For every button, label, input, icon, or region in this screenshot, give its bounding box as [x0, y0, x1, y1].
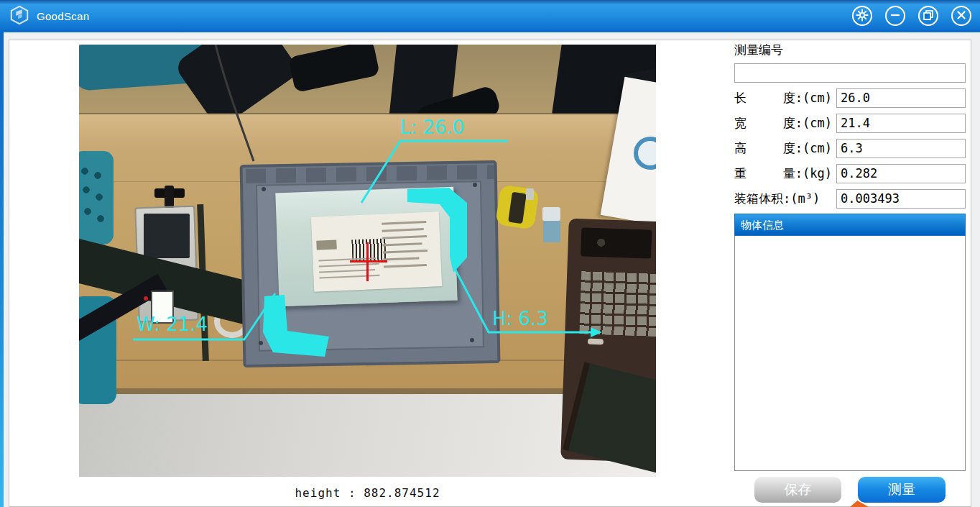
object-info-header: 物体信息 — [734, 214, 966, 236]
corner-bracket-top-right — [407, 188, 467, 273]
volume-input[interactable] — [836, 189, 966, 209]
height-row: 高度:(cm) — [734, 138, 966, 158]
measure-id-label: 测量编号 — [734, 42, 966, 58]
measurement-form: 测量编号 长度:(cm) 宽度:(cm) 高度:(cm) 重量:(kg) 装箱体… — [734, 42, 966, 471]
width-input[interactable] — [836, 114, 966, 133]
minimize-button[interactable] — [885, 6, 905, 26]
height-input[interactable] — [836, 139, 966, 158]
weight-input[interactable] — [836, 164, 966, 183]
width-label: 宽度:(cm) — [734, 115, 836, 132]
camera-cable — [216, 45, 254, 161]
window-left-border — [0, 32, 4, 507]
settings-button[interactable] — [852, 6, 872, 26]
height-line-arrow — [591, 327, 602, 337]
height-overlay-label: H: 6.3 — [492, 308, 548, 329]
restore-icon — [923, 9, 934, 23]
crosshair-vertical — [366, 242, 369, 281]
length-input[interactable] — [836, 88, 966, 108]
object-info-list[interactable] — [734, 236, 966, 471]
gear-icon — [856, 9, 869, 24]
goodscan-logo-icon — [9, 5, 29, 28]
length-row: 长度:(cm) — [734, 88, 966, 108]
close-icon — [956, 10, 966, 22]
minimize-icon — [889, 9, 901, 23]
save-button[interactable]: 保存 — [754, 477, 841, 503]
width-overlay-label: W: 21.4 — [137, 314, 208, 335]
close-button[interactable] — [951, 6, 971, 26]
height-label: 高度:(cm) — [734, 140, 836, 157]
volume-label: 装箱体积:(m³) — [734, 191, 836, 207]
measure-button[interactable]: 测量 — [858, 477, 946, 503]
length-label: 长度:(cm) — [734, 90, 836, 106]
measure-id-input[interactable] — [734, 63, 966, 83]
weight-label: 重量:(kg) — [734, 165, 836, 182]
app-title: GoodScan — [37, 10, 89, 22]
height-status-text: height : 882.874512 — [79, 486, 656, 500]
volume-row: 装箱体积:(m³) — [734, 188, 966, 209]
length-overlay-label: L: 26.0 — [400, 117, 464, 138]
camera-view: L: 26.0 W: 21.4 H: 6.3 — [79, 45, 656, 477]
crosshair-horizontal — [350, 260, 387, 262]
title-bar: GoodScan — [0, 0, 980, 32]
width-row: 宽度:(cm) — [734, 113, 966, 133]
weight-row: 重量:(kg) — [734, 163, 966, 183]
window-controls — [852, 6, 971, 26]
corner-bracket-bottom-left — [263, 295, 329, 357]
restore-button[interactable] — [918, 6, 938, 26]
